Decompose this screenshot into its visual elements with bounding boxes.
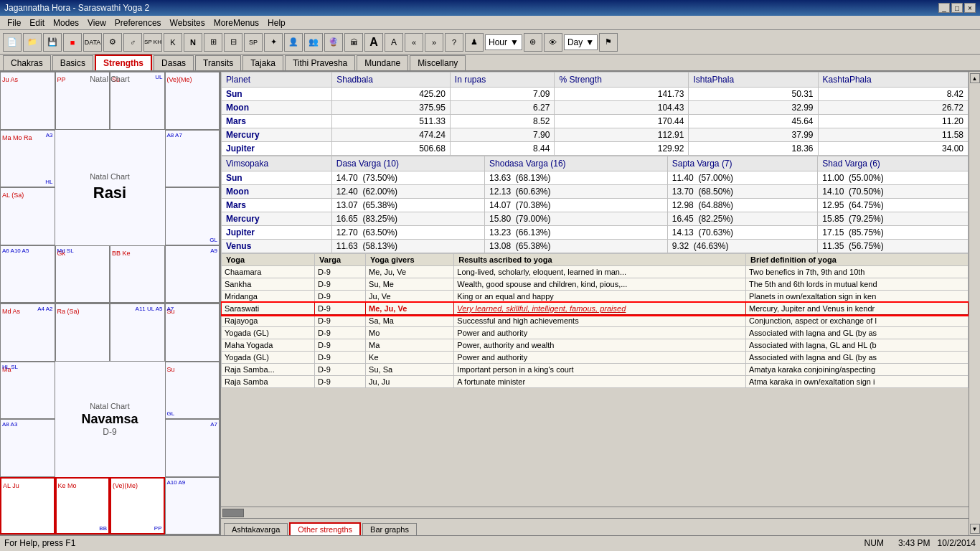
yoga-section: Yoga Varga Yoga givers Results ascribed … — [221, 253, 969, 518]
yoga-name: Yogada (GL) — [222, 352, 315, 364]
tab-strengths[interactable]: Strengths — [95, 55, 152, 70]
toolbar-person2[interactable]: 👥 — [304, 33, 323, 52]
yoga-name: Raja Samba... — [222, 364, 315, 376]
hscroll-thumb[interactable] — [222, 509, 244, 517]
yoga-name: Yogada (GL) — [222, 327, 315, 339]
pct-cell: 104.43 — [555, 101, 689, 115]
tab-other-strengths[interactable]: Other strengths — [289, 522, 361, 535]
yoga-row[interactable]: Yogada (GL) D-9 Mo Power and authority A… — [222, 327, 969, 339]
nav-r1c4: Su A7 — [165, 303, 220, 362]
nav-r4c1: AL Ju — [0, 477, 55, 535]
tab-chakras[interactable]: Chakras — [3, 55, 51, 70]
hour-chevron: ▼ — [510, 37, 519, 47]
toolbar-n[interactable]: N — [184, 33, 202, 52]
vim-planet: Sun — [222, 171, 332, 185]
day-dropdown[interactable]: Day ▼ — [564, 34, 598, 50]
menu-modes[interactable]: Modes — [49, 17, 83, 29]
hour-label: Hour — [489, 37, 507, 47]
toolbar-person3[interactable]: ♟ — [465, 33, 484, 52]
tab-tajaka[interactable]: Tajaka — [242, 55, 283, 70]
yoga-results: Long-lived, scholarly, eloquent, learned… — [454, 266, 746, 278]
cell-r2c1: Ma Mo Ra HL A3 — [0, 130, 55, 188]
menu-file[interactable]: File — [3, 17, 25, 29]
yoga-row[interactable]: Chaamara D-9 Me, Ju, Ve Long-lived, scho… — [222, 266, 969, 278]
toolbar-left-arrows[interactable]: « — [405, 33, 423, 52]
vimsopaka-row: Venus 11.63 (58.13%) 13.08 (65.38%) 9.32… — [222, 240, 969, 253]
yoga-row[interactable]: Yogada (GL) D-9 Ke Power and authority A… — [222, 352, 969, 364]
toolbar-grid2[interactable]: ⊟ — [224, 33, 242, 52]
vim-dasa: 12.70 (63.50%) — [331, 226, 484, 240]
yoga-row[interactable]: Rajayoga D-9 Sa, Ma Successful and high … — [222, 315, 969, 327]
tab-bar-graphs[interactable]: Bar graphs — [362, 523, 417, 535]
toolbar-A-small[interactable]: A — [385, 33, 403, 52]
yoga-row[interactable]: Raja Samba D-9 Ju, Ju A fortunate minist… — [222, 376, 969, 388]
hour-dropdown[interactable]: Hour ▼ — [485, 34, 522, 50]
yoga-varga: D-9 — [315, 376, 366, 388]
yoga-row[interactable]: Mridanga D-9 Ju, Ve King or an equal and… — [222, 291, 969, 303]
yoga-row[interactable]: Maha Yogada D-9 Ma Power, authority and … — [222, 339, 969, 352]
menu-help[interactable]: Help — [263, 17, 290, 29]
yoga-givers: Ju, Ve — [366, 291, 454, 303]
yoga-scroll[interactable]: Yoga Varga Yoga givers Results ascribed … — [221, 253, 969, 507]
toolbar-data[interactable]: DATA — [83, 33, 102, 52]
tab-tithi-pravesha[interactable]: Tithi Pravesha — [285, 55, 355, 70]
toolbar-person[interactable]: 👤 — [284, 33, 303, 52]
toolbar-help[interactable]: ? — [445, 33, 463, 52]
minimize-button[interactable]: _ — [938, 3, 950, 13]
toolbar-open[interactable]: 📁 — [23, 33, 42, 52]
toolbar-save[interactable]: 💾 — [43, 33, 62, 52]
yoga-row[interactable]: Saraswati D-9 Me, Ju, Ve Very learned, s… — [222, 303, 969, 315]
rasi-title: Rasi — [93, 184, 126, 202]
menu-view[interactable]: View — [83, 17, 110, 29]
menu-edit[interactable]: Edit — [25, 17, 49, 29]
toolbar-new[interactable]: 📄 — [3, 33, 22, 52]
scroll-down-button[interactable]: ▼ — [970, 524, 980, 534]
yoga-name: Sankha — [222, 278, 315, 291]
toolbar-icon4[interactable]: 👁 — [544, 33, 562, 52]
horizontal-scrollbar[interactable] — [221, 507, 969, 518]
vertical-scrollbar[interactable]: ▲ ▼ — [969, 72, 980, 535]
pct-cell: 112.91 — [555, 128, 689, 142]
navamsa-center: Natal Chart Navamsa D-9 — [55, 362, 165, 477]
toolbar-spkh[interactable]: SP KH — [143, 33, 162, 52]
maximize-button[interactable]: □ — [951, 3, 963, 13]
yoga-row[interactable]: Sankha D-9 Su, Me Wealth, good spouse an… — [222, 278, 969, 291]
menu-moremenus[interactable]: MoreMenus — [209, 17, 263, 29]
scroll-up-button[interactable]: ▲ — [970, 73, 980, 83]
tab-basics[interactable]: Basics — [52, 55, 93, 70]
vim-planet: Jupiter — [222, 226, 332, 240]
tab-miscellany[interactable]: Miscellany — [410, 55, 466, 70]
toolbar-right-arrows[interactable]: » — [425, 33, 443, 52]
menu-preferences[interactable]: Preferences — [110, 17, 166, 29]
toolbar-k[interactable]: K — [164, 33, 182, 52]
toolbar-icon1[interactable]: 🔮 — [324, 33, 343, 52]
toolbar-A-big[interactable]: A — [364, 33, 383, 52]
yoga-varga: D-9 — [315, 303, 366, 315]
yoga-name: Mridanga — [222, 291, 315, 303]
toolbar-icon5[interactable]: ⚑ — [599, 33, 618, 52]
titlebar-controls[interactable]: _ □ × — [938, 3, 976, 13]
yoga-givers: Su, Me — [366, 278, 454, 291]
toolbar-grid[interactable]: ⊞ — [204, 33, 222, 52]
tab-ashtakavarga[interactable]: Ashtakavarga — [224, 523, 288, 535]
close-button[interactable]: × — [964, 3, 976, 13]
vim-shad: 12.95 (64.75%) — [818, 199, 969, 212]
yoga-results: King or an equal and happy — [454, 291, 746, 303]
toolbar-star[interactable]: ✦ — [264, 33, 283, 52]
toolbar-red[interactable]: ■ — [63, 33, 82, 52]
shadbala-row: Mars 511.33 8.52 170.44 45.64 11.20 — [222, 115, 969, 128]
toolbar-sp[interactable]: SP — [244, 33, 263, 52]
toolbar-astro1[interactable]: ⚙ — [103, 33, 122, 52]
tab-transits[interactable]: Transits — [195, 55, 241, 70]
shadbala-table: Planet Shadbala In rupas % Strength Isht… — [221, 72, 969, 156]
tab-dasas[interactable]: Dasas — [154, 55, 194, 70]
toolbar-astro2[interactable]: ♂ — [123, 33, 142, 52]
toolbar-icon3[interactable]: ⊛ — [524, 33, 542, 52]
planet-cell: Moon — [222, 101, 332, 115]
menu-websites[interactable]: Websites — [166, 17, 209, 29]
status-help: For Help, press F1 — [4, 538, 75, 548]
toolbar-icon2[interactable]: 🏛 — [344, 33, 363, 52]
yoga-row[interactable]: Raja Samba... D-9 Su, Sa Important perso… — [222, 364, 969, 376]
col-shadbala: Shadbala — [332, 72, 451, 88]
tab-mundane[interactable]: Mundane — [357, 55, 408, 70]
